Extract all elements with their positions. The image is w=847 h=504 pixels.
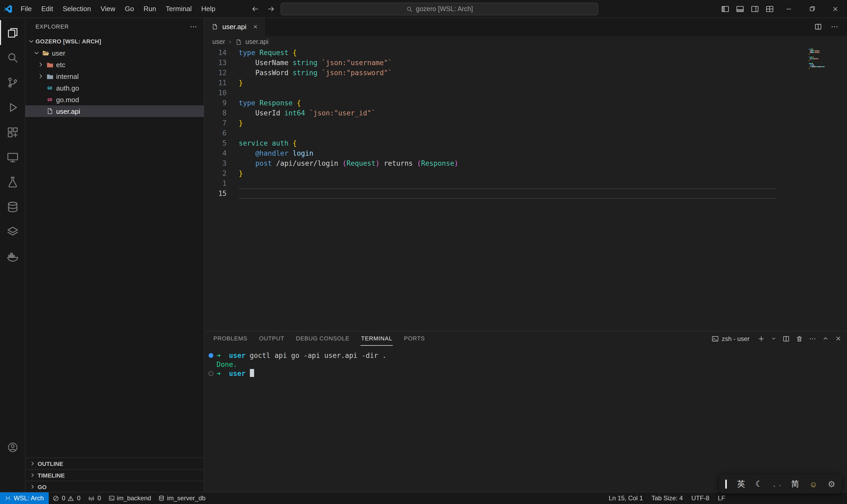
activitybar-database[interactable] <box>0 194 25 219</box>
tree-item-internal[interactable]: internal <box>25 70 204 82</box>
terminal-dropdown-icon[interactable] <box>771 336 777 341</box>
panel-tab-ports[interactable]: PORTS <box>403 331 425 346</box>
restore-button[interactable] <box>800 0 824 17</box>
toggle-secondary-sidebar-button[interactable] <box>747 0 762 17</box>
activitybar-layers[interactable] <box>0 219 25 244</box>
command-success-decoration-icon[interactable] <box>209 353 213 358</box>
ime-language-button[interactable]: 英 <box>737 479 745 489</box>
ime-simplified-button[interactable]: 简 <box>791 479 799 489</box>
status-task-im_server_db[interactable]: im_server_db <box>155 492 209 504</box>
code-line-content[interactable]: UserId int64 `json:"user_id"` <box>227 108 376 118</box>
menu-edit[interactable]: Edit <box>37 0 58 17</box>
minimap[interactable] <box>809 49 840 73</box>
activitybar-search[interactable] <box>0 45 25 70</box>
menu-selection[interactable]: Selection <box>58 0 96 17</box>
status-eol[interactable]: LF <box>714 492 729 504</box>
code-editor[interactable]: 14type Request {13 UserName string `json… <box>204 48 847 331</box>
status-encoding[interactable]: UTF-8 <box>687 492 714 504</box>
new-terminal-button[interactable] <box>758 335 765 342</box>
status-tab-size[interactable]: Tab Size: 4 <box>647 492 687 504</box>
ime-gear-icon[interactable]: ⚙ <box>828 479 835 489</box>
ime-moon-icon[interactable]: ☾ <box>755 479 762 489</box>
editor-more-actions-button[interactable] <box>831 23 839 31</box>
line-number[interactable]: 10 <box>204 88 227 98</box>
command-center[interactable]: gozero [WSL: Arch] <box>281 3 598 15</box>
line-number[interactable]: 2 <box>204 168 227 178</box>
terminal[interactable]: ➜ user goctl api go -api user.api -dir .… <box>204 350 847 492</box>
line-number[interactable]: 12 <box>204 68 227 78</box>
status-ports[interactable]: 0 <box>84 492 105 504</box>
explorer-more-actions-button[interactable] <box>190 22 197 31</box>
split-terminal-button[interactable] <box>782 335 790 342</box>
status-cursor-position[interactable]: Ln 15, Col 1 <box>605 492 647 504</box>
ime-emoji-icon[interactable]: ☺ <box>809 480 817 488</box>
breadcrumb-file[interactable]: user.api <box>245 38 269 46</box>
menu-file[interactable]: File <box>16 0 37 17</box>
line-number[interactable]: 7 <box>204 118 227 128</box>
ime-punctuation-button[interactable]: 、. <box>773 480 781 488</box>
menu-help[interactable]: Help <box>196 0 220 17</box>
panel-tab-debug-console[interactable]: DEBUG CONSOLE <box>295 331 350 346</box>
line-number[interactable]: 1 <box>204 178 227 188</box>
line-number[interactable]: 4 <box>204 148 227 158</box>
menu-go[interactable]: Go <box>120 0 139 17</box>
kill-terminal-button[interactable] <box>796 335 803 342</box>
code-line-content[interactable] <box>227 178 239 188</box>
menu-run[interactable]: Run <box>139 0 161 17</box>
tree-item-auth-go[interactable]: GOauth.go <box>25 82 204 94</box>
section-outline[interactable]: OUTLINE <box>25 457 204 469</box>
line-number[interactable]: 11 <box>204 78 227 88</box>
menu-view[interactable]: View <box>96 0 120 17</box>
customize-layout-button[interactable] <box>762 0 777 17</box>
toggle-primary-sidebar-button[interactable] <box>718 0 733 17</box>
tree-item-user[interactable]: user <box>25 47 204 59</box>
close-tab-icon[interactable] <box>252 24 258 30</box>
panel-tab-output[interactable]: OUTPUT <box>258 331 285 346</box>
more-actions-button[interactable] <box>809 335 816 342</box>
code-line-content[interactable]: post /api/user/login (Request) returns (… <box>227 158 458 168</box>
line-number[interactable]: 3 <box>204 158 227 168</box>
status-problems[interactable]: 0 0 <box>49 492 84 504</box>
line-number[interactable]: 13 <box>204 58 227 68</box>
tree-root[interactable]: GOZERO [WSL: ARCH] <box>25 35 204 47</box>
code-line-content[interactable]: type Response { <box>227 98 301 108</box>
line-number[interactable]: 15 <box>204 188 227 199</box>
close-button[interactable] <box>824 0 847 17</box>
activitybar-run-and-debug[interactable] <box>0 95 25 120</box>
section-go[interactable]: GO <box>25 481 204 492</box>
command-prompt-decoration-icon[interactable] <box>209 371 213 376</box>
activitybar-extensions[interactable] <box>0 120 25 145</box>
activitybar-explorer[interactable] <box>0 20 25 45</box>
maximize-panel-button[interactable] <box>822 335 829 342</box>
activitybar-docker[interactable] <box>0 244 25 269</box>
breadcrumb-folder[interactable]: user <box>212 38 225 46</box>
split-editor-button[interactable] <box>814 23 822 31</box>
line-number[interactable]: 6 <box>204 128 227 138</box>
code-line-content[interactable]: type Request { <box>227 48 297 58</box>
tree-item-etc[interactable]: etc <box>25 59 204 70</box>
minimize-button[interactable] <box>777 0 800 17</box>
forward-icon[interactable] <box>267 4 275 13</box>
back-icon[interactable] <box>251 4 259 13</box>
terminal-profile[interactable]: zsh - user <box>712 335 750 342</box>
line-number[interactable]: 5 <box>204 138 227 148</box>
tree-item-user-api[interactable]: user.api <box>25 105 204 117</box>
section-timeline[interactable]: TIMELINE <box>25 469 204 481</box>
activitybar-accounts[interactable] <box>0 435 25 460</box>
code-line-content[interactable] <box>227 188 239 199</box>
code-line-content[interactable]: } <box>227 118 243 128</box>
code-line-content[interactable]: PassWord string `json:"password"` <box>227 68 392 78</box>
code-line-content[interactable]: } <box>227 78 243 88</box>
close-panel-button[interactable] <box>835 335 842 342</box>
toggle-panel-button[interactable] <box>733 0 747 17</box>
activitybar-remote-explorer[interactable] <box>0 145 25 169</box>
line-number[interactable]: 9 <box>204 98 227 108</box>
code-line-content[interactable]: } <box>227 168 243 178</box>
code-line-content[interactable] <box>227 88 239 98</box>
code-line-content[interactable]: UserName string `json:"username"` <box>227 58 392 68</box>
activitybar-source-control[interactable] <box>0 70 25 95</box>
tree-item-go-mod[interactable]: GOgo.mod <box>25 94 204 105</box>
tab-user-api[interactable]: user.api <box>204 17 265 36</box>
remote-indicator[interactable]: WSL: Arch <box>0 492 49 504</box>
line-number[interactable]: 14 <box>204 48 227 58</box>
